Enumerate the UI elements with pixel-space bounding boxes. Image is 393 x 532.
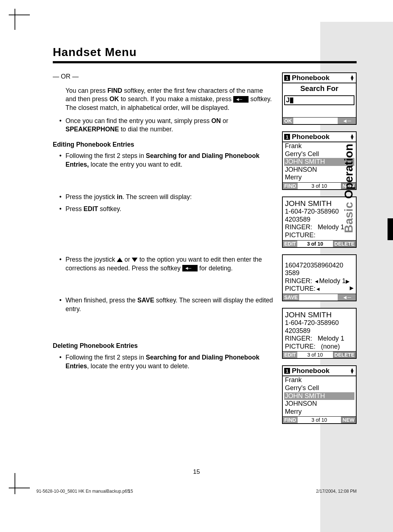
scroll-icon: ▲▼ bbox=[350, 134, 354, 140]
or-divider: — OR — bbox=[53, 72, 273, 81]
para-find: You can press FIND softkey, enter the fi… bbox=[53, 87, 273, 112]
subhead-editing: Editing Phonebook Entries bbox=[53, 140, 273, 149]
joystick-down-icon bbox=[132, 258, 138, 262]
softkey-back[interactable]: ◄─ bbox=[338, 294, 356, 301]
list-position: 3 of 10 bbox=[298, 183, 341, 189]
softkey-back[interactable]: ◄─ bbox=[338, 118, 356, 124]
list-position: 3 of 10 bbox=[297, 241, 333, 247]
lcd-list-2: 1 Phonebook ▲▼ Frank Gerry's Cell JOHN S… bbox=[282, 365, 357, 424]
edit-number[interactable]: 1604720358960420 bbox=[284, 262, 354, 270]
lcd-detail-saved: JOHN SMITH 1-604-720-358960 4203589 RING… bbox=[282, 308, 357, 359]
softkey-delete[interactable]: DELETE bbox=[333, 241, 356, 247]
phonebook-icon: 1 bbox=[284, 134, 290, 140]
lcd-edit: JOHN SMITH 1604720358960420 3589 RINGER:… bbox=[282, 254, 357, 301]
scroll-icon: ▲▼ bbox=[350, 75, 354, 81]
softkey-save[interactable]: SAVE bbox=[283, 294, 299, 301]
list-item-selected[interactable]: JOHN SMITH bbox=[284, 392, 354, 400]
phonebook-icon: 1 bbox=[284, 75, 290, 81]
footer: 91-5628-10-00_5801 HK En manualBackup.p6… bbox=[36, 489, 357, 494]
page-number: 15 bbox=[0, 468, 393, 476]
bullet-joystick-in: • Press the joystick in. The screen will… bbox=[53, 193, 273, 202]
scroll-icon: ▲▼ bbox=[350, 368, 354, 374]
edit-name-field[interactable]: JOHN SMITH bbox=[283, 255, 356, 262]
list-position: 3 of 10 bbox=[298, 417, 341, 423]
list-position: 3 of 10 bbox=[297, 352, 333, 358]
phonebook-icon: 1 bbox=[284, 368, 290, 374]
back-key-icon bbox=[233, 96, 249, 103]
bullet-joystick-updown: • Press the joystick or to the option yo… bbox=[53, 255, 273, 273]
subhead-deleting: Deleting Phonebook Entries bbox=[53, 342, 273, 350]
softkey-edit[interactable]: EDIT bbox=[283, 352, 297, 358]
joystick-up-icon bbox=[117, 258, 123, 262]
text-column: — OR — You can press FIND softkey, enter… bbox=[53, 72, 273, 430]
section-side-label: Basic Operation bbox=[342, 144, 356, 233]
softkey-delete[interactable]: DELETE bbox=[333, 352, 356, 358]
screens-column: 1 Phonebook ▲▼ Search For J OK ◄─ bbox=[282, 72, 357, 430]
list-item[interactable]: Frank bbox=[284, 376, 354, 384]
bullet-press-edit: • Press EDIT softkey. bbox=[53, 205, 273, 214]
entry-name: JOHN SMITH bbox=[284, 310, 354, 319]
side-label-black: Operation bbox=[342, 144, 355, 202]
side-tab-mark bbox=[388, 218, 393, 240]
side-label-gray: Basic bbox=[342, 202, 355, 233]
list-item[interactable]: JOHNSON bbox=[284, 400, 354, 408]
entry-number: 1-604-720-358960 bbox=[284, 319, 354, 327]
softkey-find[interactable]: FIND bbox=[283, 417, 298, 423]
bullet-dial: • Once you can find the entry you want, … bbox=[53, 117, 273, 134]
softkey-find[interactable]: FIND bbox=[283, 183, 298, 189]
text-cursor bbox=[290, 98, 293, 103]
bullet-locate-delete: • Following the first 2 steps in Searchi… bbox=[53, 353, 273, 370]
edit-number[interactable]: 3589 bbox=[284, 269, 354, 277]
list-item[interactable]: Merry bbox=[284, 408, 354, 416]
entry-number: 4203589 bbox=[284, 327, 354, 335]
search-for-label: Search For bbox=[284, 83, 354, 94]
softkey-new[interactable]: NEW bbox=[341, 417, 356, 423]
list-item[interactable]: Gerry's Cell bbox=[284, 384, 354, 392]
back-key-icon bbox=[182, 265, 198, 271]
search-input[interactable]: J bbox=[284, 95, 354, 105]
page-title: Handset Menu bbox=[53, 45, 357, 59]
bullet-locate-edit: • Following the first 2 steps in Searchi… bbox=[53, 152, 273, 169]
softkey-ok[interactable]: OK bbox=[283, 118, 293, 124]
title-rule bbox=[53, 61, 357, 63]
softkey-edit[interactable]: EDIT bbox=[283, 241, 297, 247]
lcd-search: 1 Phonebook ▲▼ Search For J OK ◄─ bbox=[282, 72, 357, 125]
bullet-save: • When finished, press the SAVE softkey.… bbox=[53, 296, 273, 313]
